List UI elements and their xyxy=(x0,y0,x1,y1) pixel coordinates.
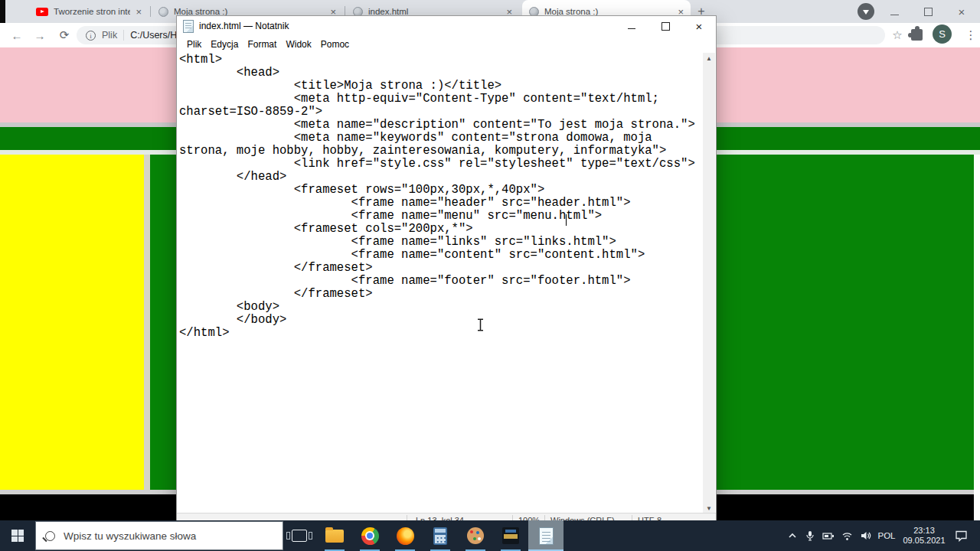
menu-edycja[interactable]: Edycja xyxy=(206,39,243,50)
extensions-icon[interactable] xyxy=(911,29,923,41)
reload-button[interactable] xyxy=(54,23,75,47)
notepad-text-area[interactable]: <html> <head> <title>Moja strona :)</tit… xyxy=(178,53,704,515)
page-info-icon[interactable] xyxy=(86,31,96,41)
scroll-up-icon[interactable] xyxy=(703,53,715,65)
address-url-text: C:/Users/H xyxy=(130,30,177,41)
calculator-icon xyxy=(433,527,447,545)
taskbar-search-input[interactable]: Wpisz tu wyszukiwane słowa xyxy=(35,521,283,550)
menu-widok[interactable]: Widok xyxy=(281,39,315,50)
chevron-up-icon xyxy=(787,530,798,541)
code-line: <meta http-equiv="Content-Type" content=… xyxy=(179,93,704,106)
browser-restore-button[interactable] xyxy=(913,0,943,23)
tab-youtube[interactable]: Tworzenie stron internetowych w × xyxy=(29,0,149,23)
code-line: </body> xyxy=(179,314,704,327)
minimize-icon xyxy=(628,28,635,29)
code-line: <head> xyxy=(179,67,704,80)
language-indicator[interactable]: POL xyxy=(874,520,899,551)
search-icon xyxy=(45,531,55,541)
code-line: </html> xyxy=(179,327,704,340)
code-line: <body> xyxy=(179,301,704,314)
code-line: <html> xyxy=(179,54,704,67)
folder-icon xyxy=(325,530,344,543)
frame-divider-vertical[interactable] xyxy=(144,155,150,490)
code-line: <meta name="keywords" content="strona do… xyxy=(179,132,704,145)
address-separator xyxy=(123,30,124,41)
firefox-icon xyxy=(397,527,414,545)
ftp-app-button[interactable] xyxy=(493,520,528,551)
page-scrollbar-track[interactable] xyxy=(974,155,980,520)
language-code: POL xyxy=(877,531,895,540)
minimize-icon xyxy=(890,15,899,15)
task-view-icon xyxy=(292,530,307,542)
windows-logo-icon xyxy=(11,530,24,542)
microphone-tray-button[interactable] xyxy=(801,520,819,551)
profile-avatar[interactable]: S xyxy=(933,24,952,44)
code-line: charset=ISO-8859-2"> xyxy=(179,106,704,119)
code-line: strona, moje hobby, hobby, zainteresowan… xyxy=(179,145,704,158)
back-button[interactable] xyxy=(6,23,28,47)
notepad-window: index.html — Notatnik Plik Edycja Format… xyxy=(176,15,717,528)
battery-tray-button[interactable] xyxy=(819,520,838,551)
menu-plik[interactable]: Plik xyxy=(182,39,206,50)
action-center-icon xyxy=(955,530,968,542)
restore-icon xyxy=(924,8,933,16)
tab-close-icon[interactable]: × xyxy=(136,7,142,17)
menu-pomoc[interactable]: Pomoc xyxy=(316,39,354,50)
calculator-button[interactable] xyxy=(423,520,458,551)
wifi-tray-button[interactable] xyxy=(838,520,856,551)
action-center-button[interactable] xyxy=(949,520,972,551)
notepad-taskbar-button[interactable] xyxy=(528,520,564,551)
paint-button[interactable] xyxy=(458,520,493,551)
frame-links-yellow xyxy=(0,155,144,490)
browser-minimize-button[interactable] xyxy=(879,0,910,23)
code-line: <frame name="content" src="content.html"… xyxy=(179,249,704,262)
screen-edge-artifact xyxy=(0,0,5,23)
search-placeholder: Wpisz tu wyszukiwane słowa xyxy=(64,530,196,542)
volume-tray-button[interactable] xyxy=(856,520,874,551)
notepad-maximize-button[interactable] xyxy=(648,16,682,36)
code-line: <frame name="menu" src="menu.html"> xyxy=(179,210,704,223)
maximize-icon xyxy=(662,22,670,31)
code-line: </frameset> xyxy=(179,262,704,275)
notepad-minimize-button[interactable] xyxy=(615,16,648,36)
media-control-icon[interactable] xyxy=(858,3,874,20)
speaker-icon xyxy=(860,530,871,541)
tab-separator xyxy=(150,6,151,17)
chrome-icon xyxy=(361,527,379,545)
youtube-favicon xyxy=(36,8,48,16)
clock-time: 23:13 xyxy=(913,526,935,536)
windows-taskbar: Wpisz tu wyszukiwane słowa xyxy=(0,520,980,551)
tray-expand-button[interactable] xyxy=(782,520,802,551)
bookmark-star-icon[interactable] xyxy=(887,23,908,47)
code-line: <frame name="links" src="links.html"> xyxy=(179,236,704,249)
notepad-window-title: index.html — Notatnik xyxy=(199,21,289,31)
wifi-icon xyxy=(841,531,853,541)
notepad-icon xyxy=(539,527,554,545)
browser-close-button[interactable] xyxy=(946,0,977,23)
code-line: </head> xyxy=(179,171,704,184)
chrome-button[interactable] xyxy=(352,520,387,551)
start-button[interactable] xyxy=(0,520,35,551)
task-view-button[interactable] xyxy=(282,520,317,551)
microphone-icon xyxy=(805,530,815,542)
browser-menu-icon[interactable] xyxy=(960,23,980,47)
code-line: </frameset> xyxy=(179,288,704,301)
notepad-close-button[interactable] xyxy=(682,16,716,36)
notepad-menubar: Plik Edycja Format Widok Pomoc xyxy=(177,36,716,53)
menu-format[interactable]: Format xyxy=(243,39,281,50)
file-explorer-button[interactable] xyxy=(317,520,352,551)
code-line: <link href="style.css" rel="stylesheet" … xyxy=(179,158,704,171)
clock-date: 09.05.2021 xyxy=(903,536,945,546)
tab-title: Tworzenie stron internetowych w xyxy=(54,7,130,16)
notepad-file-icon xyxy=(183,20,194,33)
notepad-scrollbar[interactable] xyxy=(703,53,715,515)
code-line: <frame name="header" src="header.html"> xyxy=(179,197,704,210)
close-icon xyxy=(959,5,965,18)
code-line: <title>Moja strona :)</title> xyxy=(179,80,704,93)
forward-button[interactable] xyxy=(29,23,51,47)
code-line: <frameset rows="100px,30px,*,40px"> xyxy=(179,184,704,197)
taskbar-clock[interactable]: 23:13 09.05.2021 xyxy=(900,520,948,551)
text-caret xyxy=(566,214,567,226)
globe-favicon xyxy=(158,7,168,17)
firefox-button[interactable] xyxy=(387,520,423,551)
